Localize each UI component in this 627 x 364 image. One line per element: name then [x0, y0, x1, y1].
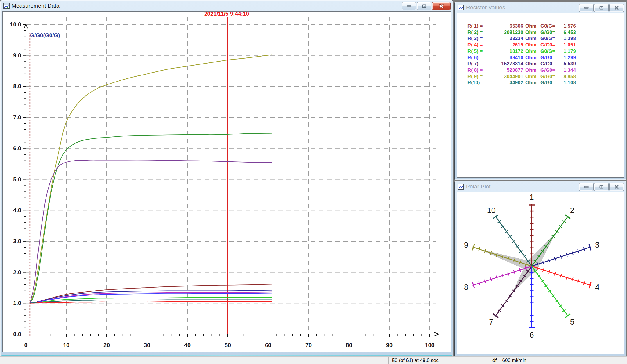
status-flow-info: df = 600 ml/min: [492, 358, 526, 363]
resistor-ratio: 1.344: [558, 67, 576, 73]
restore-button[interactable]: [594, 183, 609, 191]
resistor-unit: Ohm: [523, 35, 539, 42]
resistor-unit: Ohm: [523, 55, 539, 61]
resistor-value: 3044901: [487, 73, 523, 80]
resistor-ratio: 1.051: [558, 42, 576, 48]
restore-icon: [599, 6, 603, 10]
resistor-row: R( 9) =3044901OhmG/G0=8.858: [467, 73, 576, 80]
resistor-unit: Ohm: [523, 42, 539, 48]
resistor-unit: Ohm: [523, 48, 539, 55]
resistor-ratio: 1.299: [558, 55, 576, 61]
minimize-icon: [584, 186, 589, 188]
close-icon: [614, 6, 619, 10]
svg-text:70: 70: [305, 342, 312, 348]
restore-icon: [599, 185, 603, 189]
titlebar-resistor-values[interactable]: Resistor Values: [455, 2, 626, 13]
measurement-plot-area[interactable]: 0.01.02.03.04.05.06.07.08.09.010.0010203…: [2, 11, 451, 352]
resistor-label: R(10) =: [467, 80, 487, 86]
status-bar: 50 (of 61) at 49.0 sec df = 600 ml/min: [0, 356, 627, 364]
resistor-ratio: 6.453: [558, 29, 576, 36]
svg-text:1: 1: [529, 193, 534, 202]
status-separator: [388, 357, 389, 364]
resistor-unit: Ohm: [523, 23, 539, 29]
resistor-ratio-label: G/G0=: [539, 55, 558, 61]
window-measurement-data: Measurement Data: [0, 0, 453, 356]
resistor-label: R( 6) =: [467, 55, 487, 61]
svg-text:60: 60: [265, 342, 271, 348]
close-button[interactable]: [609, 4, 624, 12]
svg-text:10.0: 10.0: [10, 21, 21, 28]
resistor-row: R( 2) =3081230OhmG/G0=6.453: [467, 29, 576, 36]
resistor-row: R( 5) =18172OhmG0/G=1.179: [467, 48, 576, 55]
svg-text:4.0: 4.0: [13, 207, 21, 213]
resistor-ratio-label: G0/G=: [539, 35, 558, 42]
polar-plot-area[interactable]: 12345678910: [457, 192, 624, 354]
measurement-line-chart: 0.01.02.03.04.05.06.07.08.09.010.0010203…: [3, 12, 450, 352]
restore-icon: [422, 4, 426, 8]
resistor-label: R( 9) =: [467, 73, 487, 80]
svg-text:20: 20: [103, 342, 110, 348]
close-button[interactable]: [609, 183, 624, 191]
resistor-ratio: 1.576: [558, 23, 576, 29]
resistor-value: 15278314: [487, 61, 523, 67]
svg-text:8: 8: [464, 283, 468, 292]
restore-button[interactable]: [594, 4, 609, 12]
resistor-ratio-label: G/G0=: [539, 61, 558, 67]
svg-text:9.0: 9.0: [13, 52, 21, 59]
svg-text:10: 10: [63, 342, 69, 348]
polar-star-chart: 12345678910: [457, 192, 624, 354]
minimize-button[interactable]: [402, 2, 416, 10]
svg-text:80: 80: [346, 342, 352, 348]
close-icon: [614, 185, 619, 189]
resistor-ratio: 1.398: [558, 35, 576, 42]
resistor-row: R( 7) =15278314OhmG/G0=5.539: [467, 61, 576, 67]
minimize-icon: [584, 7, 589, 9]
svg-text:4: 4: [595, 283, 599, 292]
resistor-value: 2615: [487, 42, 523, 48]
minimize-button[interactable]: [579, 4, 594, 12]
titlebar-polar-plot[interactable]: Polar Plot: [455, 181, 626, 192]
resistor-value: 23234: [487, 35, 523, 42]
resistor-ratio-label: G/G0=: [539, 80, 558, 86]
resistor-ratio-label: G0/G=: [539, 48, 558, 55]
titlebar-measurement-data[interactable]: Measurement Data: [0, 0, 453, 11]
resistor-label: R( 5) =: [467, 48, 487, 55]
resistor-label: R( 2) =: [467, 29, 487, 36]
close-button[interactable]: [432, 2, 451, 10]
window-title: Measurement Data: [12, 3, 60, 9]
window-title: Resistor Values: [466, 4, 505, 11]
svg-text:10: 10: [487, 206, 496, 215]
svg-text:6.0: 6.0: [13, 145, 21, 152]
svg-text:7: 7: [489, 318, 493, 326]
window-polar-plot: Polar Plot: [454, 181, 626, 356]
svg-text:6: 6: [529, 331, 534, 339]
status-separator: [594, 357, 594, 364]
resistor-label: R( 7) =: [467, 61, 487, 67]
resistor-value: 18172: [487, 48, 523, 55]
svg-text:3.0: 3.0: [13, 238, 21, 244]
chart-window-icon: [458, 5, 464, 10]
resistor-rows: R( 1) =65366OhmG0/G=1.576R( 2) =3081230O…: [467, 23, 576, 86]
restore-button[interactable]: [417, 2, 431, 10]
resistor-value: 3081230: [487, 29, 523, 36]
resistor-unit: Ohm: [523, 67, 539, 73]
svg-text:7.0: 7.0: [13, 114, 21, 120]
svg-text:2: 2: [570, 206, 574, 215]
resistor-unit: Ohm: [523, 29, 539, 36]
window-title: Polar Plot: [466, 183, 490, 190]
resistor-value: 68410: [487, 55, 523, 61]
resistor-unit: Ohm: [523, 61, 539, 67]
resistor-ratio: 8.858: [558, 73, 576, 80]
resistor-ratio: 5.539: [558, 61, 576, 67]
minimize-button[interactable]: [579, 183, 594, 191]
minimize-icon: [407, 5, 411, 7]
svg-text:30: 30: [144, 342, 150, 348]
svg-text:0: 0: [24, 342, 27, 348]
resistor-unit: Ohm: [523, 73, 539, 80]
chart-window-icon: [3, 3, 10, 9]
svg-text:1.0: 1.0: [13, 300, 21, 306]
svg-text:50: 50: [225, 342, 231, 348]
resistor-values-area[interactable]: R( 1) =65366OhmG0/G=1.576R( 2) =3081230O…: [457, 13, 624, 178]
window-resistor-values: Resistor Values: [454, 2, 626, 180]
resistor-ratio: 1.179: [558, 48, 576, 55]
